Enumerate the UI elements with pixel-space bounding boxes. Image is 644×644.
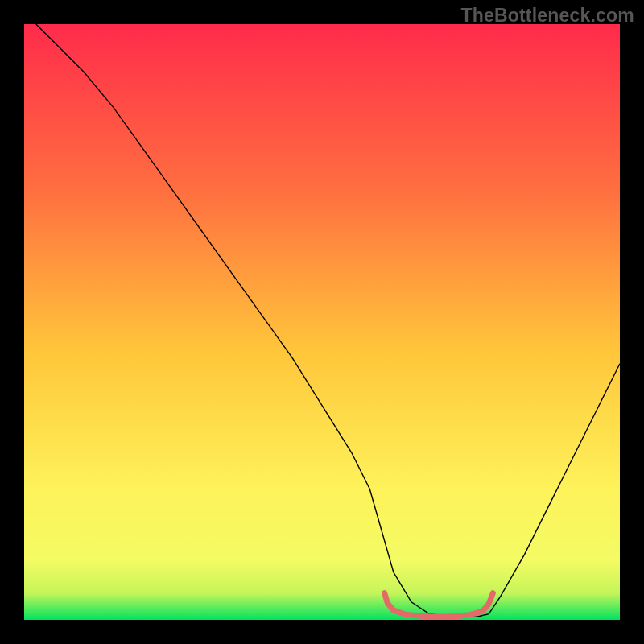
gradient-background <box>24 24 620 620</box>
chart-canvas: TheBottleneck.com <box>0 0 644 644</box>
plot-svg <box>24 24 620 620</box>
watermark-text: TheBottleneck.com <box>460 5 634 27</box>
